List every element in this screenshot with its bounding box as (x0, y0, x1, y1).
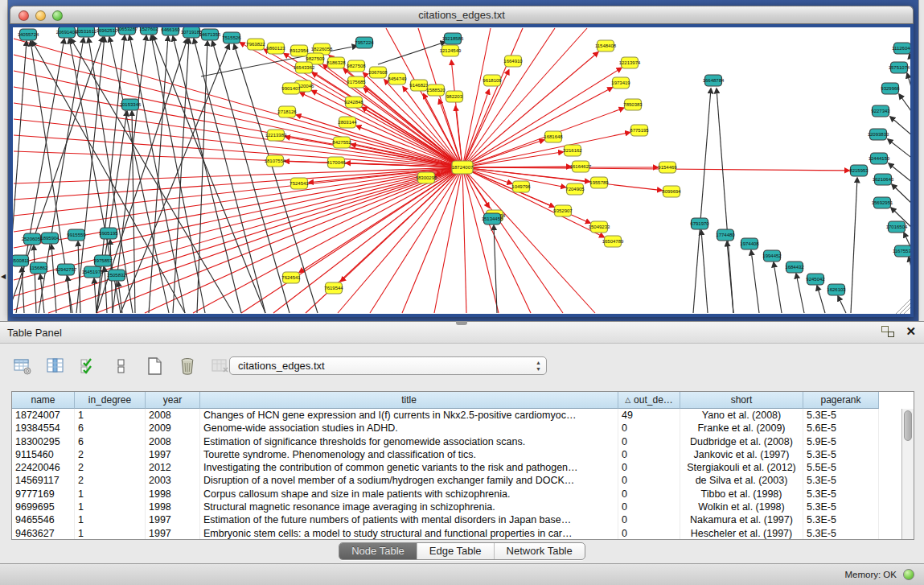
cell-year[interactable]: 2012 (146, 461, 200, 474)
cell-year[interactable]: 2008 (146, 409, 200, 422)
window-titlebar[interactable]: citations_edges.txt (10, 6, 914, 24)
cell-in_degree[interactable]: 1 (75, 488, 146, 501)
table-row[interactable]: 1872400712008Changes of HCN gene express… (12, 409, 901, 422)
table-row[interactable]: 1456911722003Disruption of a novel membe… (12, 474, 901, 487)
cell-pagerank[interactable]: 5.3E-5 (803, 501, 879, 513)
cell-in_degree[interactable]: 6 (75, 422, 146, 435)
table-row[interactable]: 977716911998Corpus callosum shape and si… (12, 488, 901, 501)
splitter-grip[interactable] (456, 321, 467, 325)
cell-title[interactable]: Tourette syndrome. Phenomenology and cla… (200, 448, 618, 461)
cell-short[interactable]: Tibbo et al. (1998) (680, 488, 803, 501)
vertical-scrollbar[interactable] (901, 409, 914, 539)
table-row[interactable]: 2242004622012Investigating the contribut… (12, 461, 901, 474)
cell-year[interactable]: 1997 (146, 527, 200, 539)
table-row[interactable]: 946362711997Embryonic stem cells: a mode… (12, 527, 901, 539)
column-header-title[interactable]: title (200, 392, 618, 409)
cell-out_degree[interactable]: 0 (618, 461, 680, 474)
cell-short[interactable]: Franke et al. (2009) (680, 422, 803, 435)
cell-name[interactable]: 9465546 (12, 513, 75, 526)
cell-pagerank[interactable]: 5.6E-5 (803, 422, 879, 435)
cell-pagerank[interactable]: 5.3E-5 (803, 474, 879, 487)
cell-title[interactable]: Corpus callosum shape and size in male p… (200, 488, 618, 501)
cell-pagerank[interactable]: 5.3E-5 (803, 527, 879, 539)
cell-pagerank[interactable]: 5.3E-5 (803, 488, 879, 501)
cell-in_degree[interactable]: 1 (75, 409, 146, 422)
memory-status-led[interactable] (903, 569, 914, 580)
cell-name[interactable]: 19384554 (12, 422, 75, 435)
float-panel-icon[interactable] (881, 326, 894, 337)
cell-name[interactable]: 9777169 (12, 488, 75, 501)
close-panel-icon[interactable]: ✕ (906, 326, 916, 337)
cell-name[interactable]: 14569117 (12, 474, 75, 487)
table-row[interactable]: 946554611997Estimation of the future num… (12, 513, 901, 526)
cell-short[interactable]: de Silva et al. (2003) (680, 474, 803, 487)
cell-title[interactable]: Investigating the contribution of common… (200, 461, 618, 474)
cell-year[interactable]: 2008 (146, 435, 200, 448)
citation-graph[interactable]: 9860123891295418226058982750916543362818… (13, 27, 910, 314)
network-view-window[interactable]: citations_edges.txt 98601238912954182260… (10, 6, 914, 317)
cell-in_degree[interactable]: 2 (75, 461, 146, 474)
delete-table-icon[interactable] (176, 356, 199, 377)
cell-short[interactable]: Nakamura et al. (1997) (680, 513, 803, 526)
cell-name[interactable]: 18724007 (12, 409, 75, 422)
table-selector-dropdown[interactable]: citations_edges.txt ▲▼ (229, 356, 547, 375)
column-header-in_degree[interactable]: in_degree (75, 392, 146, 409)
cell-year[interactable]: 1998 (146, 501, 200, 513)
column-header-year[interactable]: year (146, 392, 200, 409)
table-row[interactable]: 969969511998Structural magnetic resonanc… (12, 501, 901, 513)
cell-pagerank[interactable]: 5.3E-5 (803, 513, 879, 526)
cell-out_degree[interactable]: 0 (618, 488, 680, 501)
cell-short[interactable]: Yano et al. (2008) (680, 409, 803, 422)
cell-year[interactable]: 1997 (146, 513, 200, 526)
cell-title[interactable]: Genome-wide association studies in ADHD. (200, 422, 618, 435)
table-row[interactable]: 911546021997Tourette syndrome. Phenomeno… (12, 448, 901, 461)
cell-title[interactable]: Estimation of the future numbers of pati… (200, 513, 618, 526)
cell-name[interactable]: 9699695 (12, 501, 75, 513)
column-header-name[interactable]: name (12, 392, 75, 409)
tab-network-table[interactable]: Network Table (494, 543, 585, 559)
new-table-icon[interactable] (143, 356, 166, 377)
panel-collapse-arrow-icon[interactable]: ◀ (1, 273, 6, 280)
network-canvas[interactable]: 9860123891295418226058982750916543362818… (10, 24, 914, 317)
cell-out_degree[interactable]: 0 (618, 435, 680, 448)
column-chooser-icon[interactable] (44, 356, 67, 377)
cell-short[interactable]: Stergiakouli et al. (2012) (680, 461, 803, 474)
cell-pagerank[interactable]: 5.9E-5 (803, 435, 879, 448)
cell-year[interactable]: 2009 (146, 422, 200, 435)
cell-out_degree[interactable]: 0 (618, 527, 680, 539)
cell-in_degree[interactable]: 2 (75, 474, 146, 487)
cell-out_degree[interactable]: 0 (618, 501, 680, 513)
tab-node-table[interactable]: Node Table (339, 543, 417, 559)
cell-year[interactable]: 1997 (146, 448, 200, 461)
cell-short[interactable]: Hescheler et al. (1997) (680, 527, 803, 539)
row-height-icon[interactable] (110, 356, 133, 377)
cell-year[interactable]: 2003 (146, 474, 200, 487)
column-header-short[interactable]: short (680, 392, 803, 409)
table-row[interactable]: 1938455462009Genome-wide association stu… (12, 422, 901, 435)
cell-title[interactable]: Disruption of a novel member of a sodium… (200, 474, 618, 487)
tab-edge-table[interactable]: Edge Table (417, 543, 494, 559)
cell-in_degree[interactable]: 2 (75, 448, 146, 461)
cell-name[interactable]: 9115460 (12, 448, 75, 461)
table-settings-icon[interactable] (11, 356, 34, 377)
cell-out_degree[interactable]: 0 (618, 448, 680, 461)
cell-title[interactable]: Changes of HCN gene expression and I(f) … (200, 409, 618, 422)
cell-in_degree[interactable]: 1 (75, 513, 146, 526)
cell-out_degree[interactable]: 0 (618, 513, 680, 526)
cell-short[interactable]: Jankovic et al. (1997) (680, 448, 803, 461)
cell-pagerank[interactable]: 5.3E-5 (803, 448, 879, 461)
scrollbar-thumb[interactable] (904, 410, 912, 441)
cell-year[interactable]: 1998 (146, 488, 200, 501)
cell-short[interactable]: Wolkin et al. (1998) (680, 501, 803, 513)
cell-name[interactable]: 9463627 (12, 527, 75, 539)
cell-name[interactable]: 18300295 (12, 435, 75, 448)
cell-title[interactable]: Structural magnetic resonance image aver… (200, 501, 618, 513)
cell-title[interactable]: Estimation of significance thresholds fo… (200, 435, 618, 448)
import-table-icon[interactable] (209, 356, 232, 377)
cell-title[interactable]: Embryonic stem cells: a model to study s… (200, 527, 618, 539)
column-header-out_degree[interactable]: △out_de… (618, 392, 680, 409)
cell-name[interactable]: 22420046 (12, 461, 75, 474)
cell-out_degree[interactable]: 0 (618, 474, 680, 487)
cell-in_degree[interactable]: 1 (75, 501, 146, 513)
window-resize-grip[interactable] (896, 299, 910, 314)
